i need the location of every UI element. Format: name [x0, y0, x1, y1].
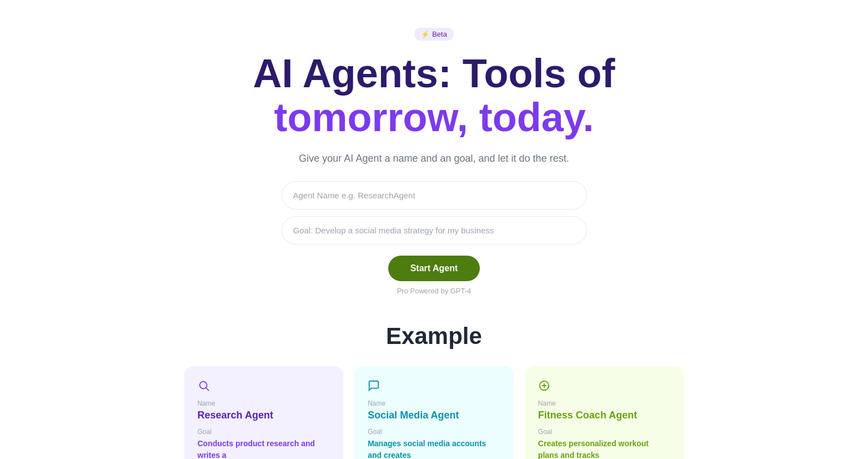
input-group: [282, 181, 587, 245]
hero-title: AI Agents: Tools of tomorrow, today.: [253, 52, 615, 139]
agent-name-input[interactable]: [282, 181, 587, 209]
beta-icon: ⚡: [421, 31, 429, 38]
example-section: Example Name Research Agent Goal Conduct…: [0, 323, 868, 459]
social-name-label: Name: [368, 400, 500, 407]
social-media-icon: [368, 380, 500, 392]
cards-container: Name Research Agent Goal Conducts produc…: [184, 366, 684, 459]
svg-point-0: [199, 382, 207, 389]
powered-by-text: Pro Powered by GPT-4: [397, 287, 471, 295]
example-title: Example: [386, 323, 482, 350]
svg-line-1: [206, 388, 209, 391]
fitness-coach-agent-name: Fitness Coach Agent: [538, 410, 671, 421]
beta-badge: ⚡ Beta: [414, 28, 454, 41]
research-agent-card[interactable]: Name Research Agent Goal Conducts produc…: [184, 366, 344, 459]
research-agent-name: Research Agent: [198, 410, 330, 421]
hero-title-line2: tomorrow, today.: [274, 95, 594, 139]
research-goal-label: Goal: [198, 428, 330, 436]
hero-title-line1: AI Agents: Tools of: [253, 51, 615, 96]
research-icon: [198, 380, 330, 392]
research-name-label: Name: [198, 400, 330, 407]
search-icon-svg: [198, 380, 210, 392]
fitness-name-label: Name: [538, 400, 671, 407]
social-media-agent-card[interactable]: Name Social Media Agent Goal Manages soc…: [354, 366, 514, 459]
beta-label: Beta: [432, 30, 447, 38]
goal-input[interactable]: [282, 216, 587, 245]
social-media-agent-goal: Manages social media accounts and create…: [368, 438, 500, 459]
fitness-coach-agent-card[interactable]: Name Fitness Coach Agent Goal Creates pe…: [525, 366, 684, 459]
fitness-goal-label: Goal: [538, 428, 671, 436]
start-agent-button[interactable]: Start Agent: [388, 256, 480, 281]
hero-subtitle: Give your AI Agent a name and an goal, a…: [299, 153, 569, 164]
social-media-agent-name: Social Media Agent: [368, 410, 500, 421]
page-container: ⚡ Beta AI Agents: Tools of tomorrow, tod…: [0, 0, 868, 459]
chat-icon-svg: [368, 380, 380, 392]
circle-icon-svg: [538, 380, 550, 392]
fitness-icon: [538, 380, 671, 392]
social-goal-label: Goal: [368, 428, 500, 436]
fitness-coach-agent-goal: Creates personalized workout plans and t…: [538, 438, 671, 459]
research-agent-goal: Conducts product research and writes a: [198, 438, 330, 459]
